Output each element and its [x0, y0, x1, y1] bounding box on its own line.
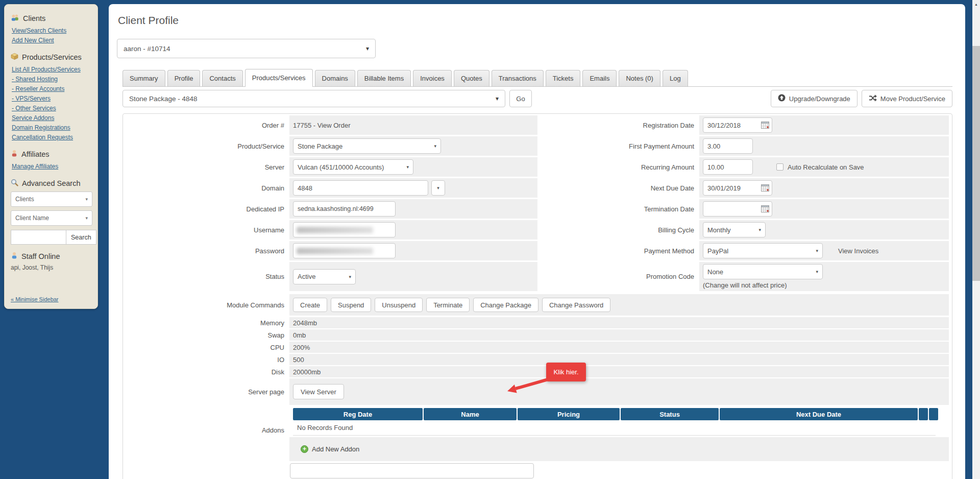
go-button[interactable]: Go: [509, 90, 532, 107]
tab-quotes[interactable]: Quotes: [454, 70, 489, 86]
server-select[interactable]: Vulcan (451/10000 Accounts) ▾: [293, 159, 413, 175]
username-input[interactable]: [293, 222, 396, 237]
dedicated-ip-input[interactable]: [293, 201, 396, 217]
sidebar-link-cancellation-requests[interactable]: Cancellation Requests: [12, 133, 93, 142]
sidebar-link-service-addons[interactable]: Service Addons: [12, 113, 93, 123]
product-selector[interactable]: Stone Package - 4848 ▾: [122, 90, 505, 107]
swap-label: Swap: [126, 329, 289, 341]
sidebar-link-reseller-accounts[interactable]: - Reseller Accounts: [12, 84, 93, 94]
status-select[interactable]: Active ▾: [293, 269, 356, 284]
calendar-icon[interactable]: [761, 205, 769, 214]
sidebar-link-vps-servers[interactable]: - VPS/Servers: [12, 94, 93, 104]
client-selector[interactable]: aaron - #10714 ▾: [117, 39, 376, 58]
calendar-icon[interactable]: [761, 184, 769, 194]
chevron-down-icon: ▾: [366, 45, 369, 52]
tab-bar: Summary Profile Contacts Products/Servic…: [122, 69, 688, 87]
sidebar-search-button[interactable]: Search: [66, 230, 96, 245]
page-scrollbar[interactable]: ▲: [972, 0, 980, 479]
sidebar: Clients View/Search Clients Add New Clie…: [4, 4, 98, 309]
order-value[interactable]: 17755 - View Order: [293, 122, 351, 129]
addons-col-name[interactable]: Name: [424, 408, 517, 420]
tab-tickets[interactable]: Tickets: [546, 70, 581, 86]
billing-cycle-label: Billing Cycle: [537, 220, 699, 240]
tab-log[interactable]: Log: [663, 70, 688, 86]
tab-invoices[interactable]: Invoices: [413, 70, 452, 86]
sidebar-search-input[interactable]: [11, 230, 66, 245]
module-unsuspend-button[interactable]: Unsuspend: [375, 298, 423, 312]
add-new-addon-link[interactable]: + Add New Addon: [301, 445, 359, 453]
tab-summary[interactable]: Summary: [122, 70, 165, 86]
promotion-code-select[interactable]: None ▾: [703, 264, 823, 279]
recurring-amount-input[interactable]: [703, 159, 753, 175]
search-type-select[interactable]: Clients ▾: [11, 191, 92, 207]
minimise-sidebar-link[interactable]: « Minimise Sidebar: [11, 296, 59, 302]
sidebar-link-shared-hosting[interactable]: - Shared Hosting: [12, 75, 93, 84]
upgrade-downgrade-button[interactable]: Upgrade/Downgrade: [771, 90, 857, 107]
scrollbar-thumb[interactable]: [972, 46, 980, 281]
sidebar-link-list-all-products[interactable]: List All Products/Services: [12, 65, 93, 75]
module-change-package-button[interactable]: Change Package: [473, 298, 538, 312]
recurring-amount-label: Recurring Amount: [537, 157, 699, 177]
addon-select-partial[interactable]: [290, 463, 534, 478]
module-terminate-button[interactable]: Terminate: [426, 298, 470, 312]
tab-domains[interactable]: Domains: [315, 70, 355, 86]
password-input[interactable]: [293, 243, 396, 258]
sidebar-link-other-services[interactable]: - Other Services: [12, 104, 93, 113]
disk-label: Disk: [126, 366, 289, 377]
chevron-down-icon: ▾: [816, 248, 818, 253]
view-server-button[interactable]: View Server: [293, 384, 344, 399]
addons-section: Reg Date Name Pricing Status Next Due Da…: [289, 408, 949, 478]
select-value: None: [707, 268, 723, 276]
sidebar-link-domain-registrations[interactable]: Domain Registrations: [12, 123, 93, 133]
sidebar-link-view-search-clients[interactable]: View/Search Clients: [12, 26, 93, 36]
search-icon: [11, 179, 18, 188]
product-selector-value: Stone Package - 4848: [129, 95, 198, 103]
redacted-username: [297, 227, 373, 233]
move-product-button[interactable]: Move Product/Service: [862, 90, 952, 107]
auto-recalculate-label: Auto Recalculate on Save: [788, 163, 864, 171]
tab-products-services[interactable]: Products/Services: [245, 69, 313, 87]
scroll-up-arrow[interactable]: ▲: [972, 0, 980, 8]
addons-col-status[interactable]: Status: [621, 408, 719, 420]
sidebar-link-add-new-client[interactable]: Add New Client: [12, 36, 93, 45]
sidebar-link-manage-affiliates[interactable]: Manage Affiliates: [12, 162, 93, 172]
domain-label: Domain: [126, 178, 289, 198]
staff-person-icon: [11, 252, 18, 260]
addons-col-extra-2: [929, 408, 938, 420]
main-content: Client Profile aaron - #10714 ▾ Summary …: [109, 4, 965, 479]
addons-col-reg-date[interactable]: Reg Date: [293, 408, 423, 420]
tab-contacts[interactable]: Contacts: [202, 70, 242, 86]
page-title: Client Profile: [118, 14, 179, 27]
tab-billable-items[interactable]: Billable Items: [357, 70, 411, 86]
domain-dropdown-button[interactable]: ▾: [431, 180, 445, 196]
tab-profile[interactable]: Profile: [167, 70, 201, 86]
service-detail-panel: Order # 17755 - View Order Registration …: [122, 113, 952, 479]
auto-recalculate-checkbox[interactable]: [776, 163, 783, 171]
memory-value: 2048mb: [293, 319, 317, 327]
registration-date-label: Registration Date: [537, 115, 699, 135]
sidebar-section-staff-online: Staff Online: [11, 252, 92, 260]
search-field-select[interactable]: Client Name ▾: [11, 210, 92, 226]
view-invoices-link[interactable]: View Invoices: [838, 247, 878, 255]
module-suspend-button[interactable]: Suspend: [331, 298, 371, 312]
domain-input[interactable]: [293, 180, 428, 196]
billing-cycle-select[interactable]: Monthly ▾: [703, 222, 766, 237]
addons-col-pricing[interactable]: Pricing: [518, 408, 620, 420]
sidebar-section-clients: Clients: [11, 14, 92, 22]
tab-notes[interactable]: Notes (0): [619, 70, 660, 86]
tab-emails[interactable]: Emails: [582, 70, 617, 86]
promotion-note: (Change will not affect price): [703, 281, 823, 289]
payment-method-select[interactable]: PayPal ▾: [703, 243, 823, 258]
module-create-button[interactable]: Create: [293, 298, 327, 312]
module-change-password-button[interactable]: Change Password: [542, 298, 610, 312]
chevron-down-icon: ▾: [496, 95, 499, 102]
section-title: Advanced Search: [22, 179, 80, 187]
select-value: Monthly: [707, 226, 731, 234]
addons-col-next-due-date[interactable]: Next Due Date: [720, 408, 918, 420]
first-payment-input[interactable]: [703, 138, 753, 154]
calendar-icon[interactable]: [761, 121, 769, 131]
tab-transactions[interactable]: Transactions: [492, 70, 544, 86]
sidebar-section-advanced-search: Advanced Search: [11, 179, 92, 188]
next-due-date-label: Next Due Date: [537, 178, 699, 198]
product-service-select[interactable]: Stone Package ▾: [293, 138, 441, 154]
